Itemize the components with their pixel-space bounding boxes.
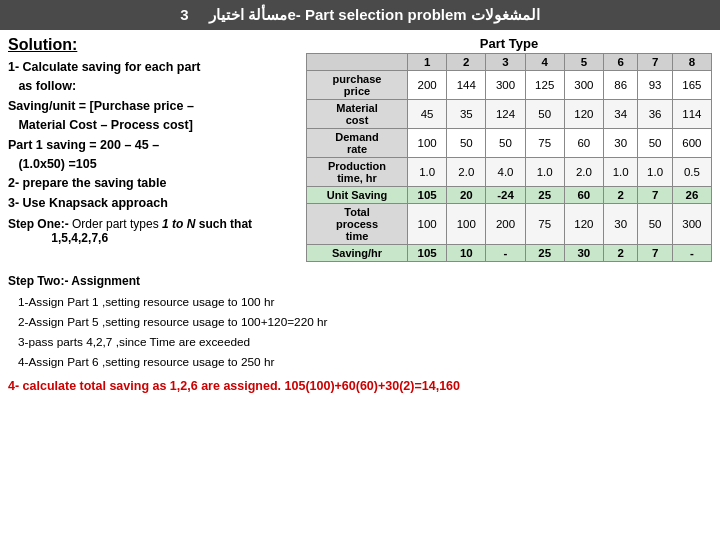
table-cell: 2.0 bbox=[447, 158, 486, 187]
table-cell: 0.5 bbox=[672, 158, 711, 187]
table-cell: -24 bbox=[486, 187, 525, 204]
table-cell: 1.0 bbox=[603, 158, 637, 187]
step-one: Step One:- Order part types 1 to N such … bbox=[8, 217, 298, 245]
table-cell: 20 bbox=[447, 187, 486, 204]
table-cell: 50 bbox=[486, 129, 525, 158]
col-header-3: 3 bbox=[486, 54, 525, 71]
table-cell: 7 bbox=[638, 245, 672, 262]
row-label: Material cost bbox=[307, 100, 408, 129]
line7: 2- prepare the saving table bbox=[8, 176, 166, 190]
table-cell: 2 bbox=[603, 245, 637, 262]
table-cell: 2.0 bbox=[564, 158, 603, 187]
table-cell: - bbox=[672, 245, 711, 262]
table-cell: 10 bbox=[447, 245, 486, 262]
table-cell: 86 bbox=[603, 71, 637, 100]
table-cell: 50 bbox=[447, 129, 486, 158]
line8: 3- Use Knapsack approach bbox=[8, 196, 168, 210]
table-row: Material cost4535124501203436114 bbox=[307, 100, 712, 129]
table-cell: 600 bbox=[672, 129, 711, 158]
table-cell: 60 bbox=[564, 187, 603, 204]
table-header-row: 1 2 3 4 5 6 7 8 bbox=[307, 54, 712, 71]
assignment-item: 1-Assign Part 1 ,setting resource usage … bbox=[18, 293, 712, 312]
table-cell: 2 bbox=[603, 187, 637, 204]
table-cell: 144 bbox=[447, 71, 486, 100]
row-label: Unit Saving bbox=[307, 187, 408, 204]
row-label: Production time, hr bbox=[307, 158, 408, 187]
assignment-item: 4-Assign Part 6 ,setting resource usage … bbox=[18, 353, 712, 372]
table-cell: 36 bbox=[638, 100, 672, 129]
line1: 1- Calculate saving for each part bbox=[8, 60, 200, 74]
line5: Part 1 saving = 200 – 45 – bbox=[8, 138, 159, 152]
table-cell: 50 bbox=[525, 100, 564, 129]
page-header: ﻣﺴﺄﻟﺔ ﺍﺧﺘﻴﺎﺭ 3e- Part selection problem … bbox=[0, 0, 720, 30]
table-cell: 4.0 bbox=[486, 158, 525, 187]
part-type-label: Part Type bbox=[306, 36, 712, 51]
table-cell: 30 bbox=[564, 245, 603, 262]
row-label: purchase price bbox=[307, 71, 408, 100]
row-label: Saving/hr bbox=[307, 245, 408, 262]
bottom-section: Step Two:- Assignment 1-Assign Part 1 ,s… bbox=[0, 268, 720, 400]
table-body: purchase price2001443001253008693165Mate… bbox=[307, 71, 712, 262]
table-cell: 75 bbox=[525, 129, 564, 158]
line4: Material Cost – Process cost] bbox=[8, 118, 193, 132]
table-cell: 93 bbox=[638, 71, 672, 100]
table-cell: 50 bbox=[638, 129, 672, 158]
final-line: 4- calculate total saving as 1,2,6 are a… bbox=[8, 376, 712, 396]
row-label: Demand rate bbox=[307, 129, 408, 158]
table-cell: 300 bbox=[486, 71, 525, 100]
table-cell: 60 bbox=[564, 129, 603, 158]
table-cell: 200 bbox=[408, 71, 447, 100]
solution-content: 1- Calculate saving for each part as fol… bbox=[8, 58, 298, 213]
table-row: Saving/hr10510-253027- bbox=[307, 245, 712, 262]
table-row: Production time, hr1.02.04.01.02.01.01.0… bbox=[307, 158, 712, 187]
assignment-item: 3-pass parts 4,2,7 ,since Time are excee… bbox=[18, 333, 712, 352]
step-two-header: Step Two:- Assignment bbox=[8, 272, 712, 291]
table-cell: 300 bbox=[672, 204, 711, 245]
table-row: Total process time100100200751203050300 bbox=[307, 204, 712, 245]
right-panel: Part Type 1 2 3 4 5 6 7 8 purchase price… bbox=[306, 36, 712, 262]
assignment-item: 2-Assign Part 5 ,setting resource usage … bbox=[18, 313, 712, 332]
table-cell: 165 bbox=[672, 71, 711, 100]
table-cell: 105 bbox=[408, 245, 447, 262]
table-cell: - bbox=[486, 245, 525, 262]
step-one-label: Step One:- bbox=[8, 217, 69, 231]
table-cell: 45 bbox=[408, 100, 447, 129]
col-header-5: 5 bbox=[564, 54, 603, 71]
data-table: 1 2 3 4 5 6 7 8 purchase price2001443001… bbox=[306, 53, 712, 262]
col-header-8: 8 bbox=[672, 54, 711, 71]
table-row: Demand rate100505075603050600 bbox=[307, 129, 712, 158]
solution-title: Solution: bbox=[8, 36, 298, 54]
table-cell: 25 bbox=[525, 187, 564, 204]
table-cell: 7 bbox=[638, 187, 672, 204]
table-cell: 124 bbox=[486, 100, 525, 129]
table-cell: 50 bbox=[638, 204, 672, 245]
table-cell: 120 bbox=[564, 204, 603, 245]
col-header-2: 2 bbox=[447, 54, 486, 71]
header-title: ﻣﺴﺄﻟﺔ ﺍﺧﺘﻴﺎﺭ bbox=[209, 6, 287, 23]
table-cell: 114 bbox=[672, 100, 711, 129]
table-cell: 105 bbox=[408, 187, 447, 204]
table-cell: 100 bbox=[408, 129, 447, 158]
table-cell: 25 bbox=[525, 245, 564, 262]
line3: Saving/unit = [Purchase price – bbox=[8, 99, 194, 113]
col-header-label bbox=[307, 54, 408, 71]
table-cell: 30 bbox=[603, 129, 637, 158]
table-cell: 30 bbox=[603, 204, 637, 245]
table-cell: 1.0 bbox=[638, 158, 672, 187]
step-one-list: 1,5,4,2,7,6 bbox=[51, 231, 108, 245]
table-cell: 125 bbox=[525, 71, 564, 100]
table-cell: 200 bbox=[486, 204, 525, 245]
step-two-label: Step Two:- bbox=[8, 274, 68, 288]
table-cell: 120 bbox=[564, 100, 603, 129]
table-row: purchase price2001443001253008693165 bbox=[307, 71, 712, 100]
col-header-7: 7 bbox=[638, 54, 672, 71]
col-header-6: 6 bbox=[603, 54, 637, 71]
assignment-list: 1-Assign Part 1 ,setting resource usage … bbox=[18, 293, 712, 372]
table-cell: 300 bbox=[564, 71, 603, 100]
line2: as follow: bbox=[8, 79, 76, 93]
row-label: Total process time bbox=[307, 204, 408, 245]
col-header-1: 1 bbox=[408, 54, 447, 71]
col-header-4: 4 bbox=[525, 54, 564, 71]
table-cell: 1.0 bbox=[525, 158, 564, 187]
table-cell: 35 bbox=[447, 100, 486, 129]
